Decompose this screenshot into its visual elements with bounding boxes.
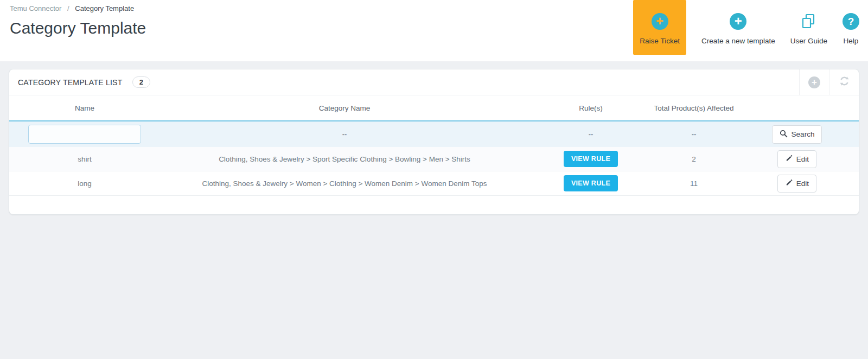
- edit-button[interactable]: Edit: [777, 175, 816, 193]
- search-button[interactable]: Search: [772, 125, 822, 144]
- template-name: shirt: [22, 155, 147, 163]
- template-count-badge: 2: [132, 76, 150, 88]
- plus-circle-icon: +: [652, 13, 668, 30]
- panel-bottom-spacer: [9, 196, 859, 214]
- edit-button-label: Edit: [796, 180, 809, 188]
- total-products-affected: 2: [640, 155, 748, 163]
- column-header-category: Category Name: [147, 104, 542, 112]
- top-header: Temu Connector / Category Template Categ…: [0, 0, 868, 61]
- question-circle-icon: ?: [843, 13, 859, 30]
- edit-button[interactable]: Edit: [777, 150, 816, 168]
- raise-ticket-button[interactable]: + Raise Ticket: [633, 0, 686, 55]
- total-products-affected: 11: [640, 180, 748, 188]
- pencil-icon: [785, 179, 793, 188]
- breadcrumb-parent-link[interactable]: Temu Connector: [10, 4, 61, 12]
- header-actions: + Raise Ticket + Create a new template U…: [633, 0, 859, 55]
- table-row: shirt Clothing, Shoes & Jewelry > Sport …: [9, 147, 859, 171]
- category-filter-placeholder: --: [147, 130, 542, 138]
- category-path: Clothing, Shoes & Jewelry > Women > Clot…: [147, 180, 542, 188]
- create-template-label: Create a new template: [701, 37, 775, 45]
- edit-button-label: Edit: [796, 155, 809, 163]
- column-header-name: Name: [22, 104, 147, 112]
- raise-ticket-label: Raise Ticket: [640, 37, 680, 45]
- table-row: long Clothing, Shoes & Jewelry > Women >…: [9, 171, 859, 196]
- user-guide-button[interactable]: User Guide: [790, 0, 827, 45]
- add-template-toolbar-button[interactable]: +: [799, 69, 829, 95]
- search-button-label: Search: [792, 130, 815, 138]
- help-label: Help: [844, 37, 859, 45]
- breadcrumb-current: Category Template: [75, 4, 134, 12]
- template-name: long: [22, 180, 147, 188]
- pencil-icon: [785, 155, 793, 164]
- breadcrumb-separator: /: [67, 4, 69, 12]
- view-rule-button[interactable]: VIEW RULE: [564, 151, 618, 167]
- category-template-list-panel: CATEGORY TEMPLATE LIST 2 + Name Category: [9, 69, 859, 215]
- rules-filter-placeholder: --: [542, 130, 640, 138]
- total-filter-placeholder: --: [640, 130, 748, 138]
- plus-circle-icon: +: [808, 76, 820, 88]
- filter-row: -- -- -- Search: [9, 120, 859, 147]
- table-header-row: Name Category Name Rule(s) Total Product…: [9, 95, 859, 120]
- column-header-rules: Rule(s): [542, 104, 640, 112]
- create-template-button[interactable]: + Create a new template: [701, 0, 775, 45]
- plus-circle-icon: +: [730, 13, 746, 30]
- name-filter-input[interactable]: [28, 125, 141, 144]
- user-guide-label: User Guide: [790, 37, 827, 45]
- refresh-list-button[interactable]: [829, 69, 859, 95]
- column-header-total: Total Product(s) Affected: [640, 104, 748, 112]
- help-button[interactable]: ? Help: [843, 0, 859, 45]
- panel-title: CATEGORY TEMPLATE LIST: [18, 78, 122, 87]
- category-path: Clothing, Shoes & Jewelry > Sport Specif…: [147, 155, 542, 163]
- search-icon: [780, 130, 788, 139]
- panel-toolbar: +: [799, 69, 859, 95]
- view-rule-button[interactable]: VIEW RULE: [564, 175, 618, 191]
- panel-header: CATEGORY TEMPLATE LIST 2 +: [9, 69, 859, 95]
- refresh-icon: [839, 75, 850, 89]
- copy-pages-icon: [800, 13, 817, 30]
